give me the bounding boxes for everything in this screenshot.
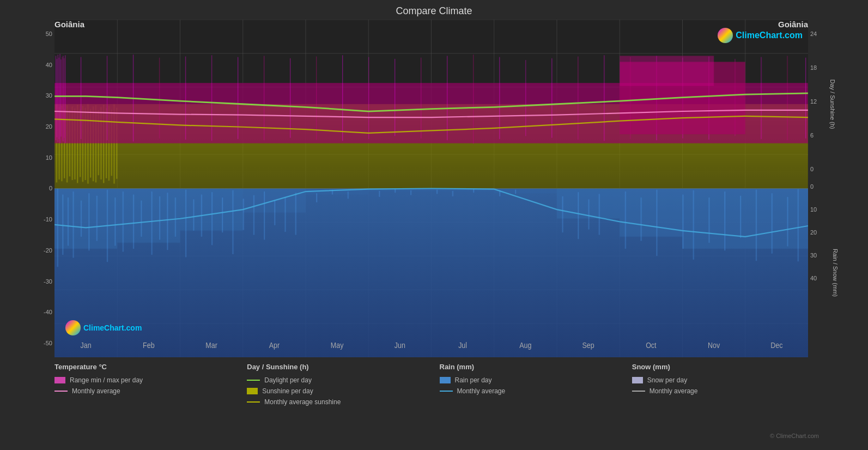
month-mar: Mar — [205, 341, 217, 350]
svg-rect-78 — [599, 194, 600, 235]
y-tick-m20: -20 — [44, 247, 52, 254]
month-apr: Apr — [269, 341, 280, 350]
right-tick-10: 10 — [810, 206, 857, 213]
svg-rect-140 — [421, 58, 421, 139]
month-sep: Sep — [582, 341, 594, 350]
svg-rect-74 — [515, 190, 516, 194]
legend-temp-avg-label: Monthly average — [72, 387, 120, 395]
legend-rain-avg: Monthly average — [440, 387, 632, 395]
svg-rect-120 — [59, 58, 59, 139]
svg-rect-141 — [447, 56, 447, 140]
legend-rain-title: Rain (mm) — [440, 363, 632, 371]
logo-icon-bottom — [65, 320, 81, 335]
legend-sunshine: Day / Sunshine (h) Daylight per day Suns… — [247, 363, 439, 439]
legend-sunshine-avg-label: Monthly average sunshine — [264, 398, 341, 406]
svg-rect-55 — [211, 192, 213, 245]
legend-temp-range: Range min / max per day — [54, 376, 247, 384]
legend-sunshine-per-day-label: Sunshine per day — [262, 387, 313, 395]
legend-snow-per-day: Snow per day — [632, 376, 824, 384]
legend-temp-avg: Monthly average — [54, 387, 247, 395]
right-tick-24: 24 — [810, 31, 857, 37]
location-left: Goiânia — [54, 20, 84, 29]
svg-rect-153 — [761, 57, 762, 139]
svg-rect-34 — [683, 189, 745, 249]
legend-rain-per-day-label: Rain per day — [455, 376, 492, 384]
month-may: May — [331, 341, 344, 350]
svg-rect-154 — [787, 56, 788, 140]
y-tick-m40: -40 — [44, 309, 52, 315]
right-tick-0: 0 — [810, 166, 857, 172]
svg-rect-51 — [175, 197, 176, 237]
temp-avg-line — [54, 391, 68, 392]
legend-snow-avg: Monthly average — [632, 387, 824, 395]
svg-rect-117 — [56, 56, 56, 140]
svg-rect-83 — [693, 190, 694, 260]
svg-rect-50 — [167, 193, 168, 250]
svg-rect-139 — [394, 59, 395, 136]
svg-rect-88 — [772, 193, 773, 254]
y-axis-right-bottom-label: Rain / Snow (mm) — [832, 229, 839, 316]
main-chart-svg: Jan Feb Mar Apr May Jun Jul Aug Sep Oct … — [54, 20, 808, 357]
svg-rect-128 — [107, 56, 107, 140]
y-tick-50: 50 — [46, 31, 52, 37]
month-jun: Jun — [394, 341, 405, 350]
svg-rect-72 — [473, 189, 474, 193]
legend-temp-range-label: Range min / max per day — [70, 376, 143, 384]
legend-snow-title: Snow (mm) — [632, 363, 824, 371]
svg-rect-123 — [62, 57, 62, 141]
svg-rect-63 — [295, 193, 296, 235]
month-jan: Jan — [81, 341, 92, 350]
svg-rect-118 — [57, 59, 57, 137]
svg-rect-75 — [562, 196, 563, 232]
svg-rect-89 — [787, 197, 788, 247]
y-tick-10: 10 — [46, 154, 52, 161]
month-jul: Jul — [458, 341, 467, 350]
svg-rect-131 — [185, 56, 186, 140]
svg-rect-86 — [740, 196, 741, 238]
svg-rect-59 — [253, 195, 254, 235]
month-oct: Oct — [646, 341, 657, 350]
svg-rect-76 — [578, 192, 579, 239]
svg-rect-38 — [68, 197, 69, 245]
svg-rect-126 — [65, 55, 65, 143]
svg-rect-79 — [625, 191, 626, 249]
svg-rect-127 — [81, 57, 81, 139]
brand-name-bottom: ClimeChart.com — [83, 323, 142, 332]
y-tick-40: 40 — [46, 62, 52, 68]
svg-rect-125 — [64, 58, 64, 138]
logo-icon-top — [718, 28, 733, 43]
svg-rect-42 — [96, 196, 98, 241]
svg-rect-124 — [63, 56, 63, 141]
svg-rect-144 — [525, 60, 526, 136]
svg-rect-68 — [394, 189, 396, 193]
svg-rect-37 — [62, 195, 63, 255]
svg-rect-130 — [159, 58, 160, 139]
svg-rect-77 — [588, 199, 590, 229]
legend-daylight: Daylight per day — [247, 376, 439, 384]
svg-rect-39 — [73, 191, 74, 258]
svg-rect-138 — [368, 57, 369, 139]
svg-rect-70 — [436, 190, 438, 194]
snow-avg-line — [632, 391, 645, 392]
month-feb: Feb — [143, 341, 155, 350]
svg-rect-57 — [233, 190, 234, 254]
sunshine-avg-line — [247, 401, 260, 403]
copyright: © ClimeChart.com — [632, 433, 824, 439]
svg-rect-90 — [798, 189, 799, 262]
legend-rain-per-day: Rain per day — [440, 376, 632, 384]
brand-name-top: ClimeChart.com — [736, 31, 803, 40]
legend-temp-title: Temperature °C — [54, 363, 247, 371]
svg-rect-60 — [264, 191, 265, 239]
y-tick-0: 0 — [49, 185, 52, 191]
svg-rect-122 — [61, 59, 62, 136]
svg-rect-145 — [551, 58, 552, 138]
chart-title: Compare Climate — [11, 5, 857, 17]
svg-rect-157 — [620, 56, 714, 86]
legend-sunshine-per-day: Sunshine per day — [247, 387, 439, 395]
svg-rect-49 — [159, 196, 160, 240]
y-tick-20: 20 — [46, 123, 52, 130]
legend-sunshine-avg: Monthly average sunshine — [247, 398, 439, 406]
svg-rect-81 — [656, 190, 657, 256]
svg-rect-137 — [342, 55, 343, 141]
svg-rect-56 — [222, 197, 223, 232]
